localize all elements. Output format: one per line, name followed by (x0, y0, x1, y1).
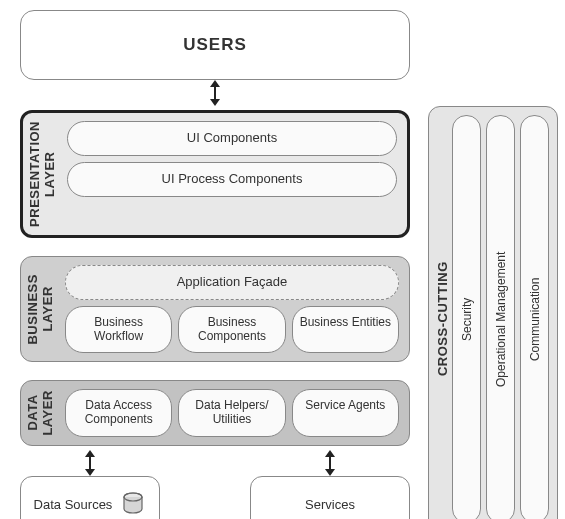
business-components-box: Business Components (178, 306, 285, 354)
ui-components-box: UI Components (67, 121, 397, 156)
data-sources-label: Data Sources (34, 497, 113, 512)
operational-management-box: Operational Management (486, 115, 515, 519)
ui-process-components-box: UI Process Components (67, 162, 397, 197)
application-facade-box: Application Façade (65, 265, 399, 300)
business-layer-label: BUSINESS LAYER (21, 257, 59, 362)
data-helpers-box: Data Helpers/ Utilities (178, 389, 285, 437)
double-arrow-icon (320, 450, 340, 476)
svg-marker-1 (210, 80, 220, 87)
cross-cutting-label: CROSS-CUTTING (433, 113, 452, 519)
double-arrow-icon (205, 80, 225, 106)
security-box: Security (452, 115, 481, 519)
users-label: USERS (183, 35, 247, 54)
service-agents-box: Service Agents (292, 389, 399, 437)
business-entities-box: Business Entities (292, 306, 399, 354)
services-label: Services (305, 497, 355, 512)
arrow-users-presentation (20, 80, 410, 106)
database-icon (120, 491, 146, 517)
svg-marker-5 (85, 469, 95, 476)
services-box: Services (250, 476, 410, 519)
data-access-components-box: Data Access Components (65, 389, 172, 437)
arrow-data-services (250, 450, 410, 476)
svg-marker-4 (85, 450, 95, 457)
business-layer: BUSINESS LAYER Application Façade Busine… (20, 256, 410, 363)
data-sources-box: Data Sources (20, 476, 160, 519)
cross-cutting-panel: CROSS-CUTTING Security Operational Manag… (428, 106, 558, 519)
svg-marker-2 (210, 99, 220, 106)
arrow-data-datasources (20, 450, 160, 476)
presentation-layer: PRESENTATION LAYER UI Components UI Proc… (20, 110, 410, 238)
svg-marker-7 (325, 450, 335, 457)
users-box: USERS (20, 10, 410, 80)
double-arrow-icon (80, 450, 100, 476)
svg-marker-8 (325, 469, 335, 476)
presentation-layer-label: PRESENTATION LAYER (23, 113, 61, 235)
business-workflow-box: Business Workflow (65, 306, 172, 354)
data-layer: DATA LAYER Data Access Components Data H… (20, 380, 410, 446)
data-layer-label: DATA LAYER (21, 381, 59, 445)
communication-box: Communication (520, 115, 549, 519)
architecture-diagram: USERS PRESENTATION LAYER UI Components U… (10, 10, 555, 519)
